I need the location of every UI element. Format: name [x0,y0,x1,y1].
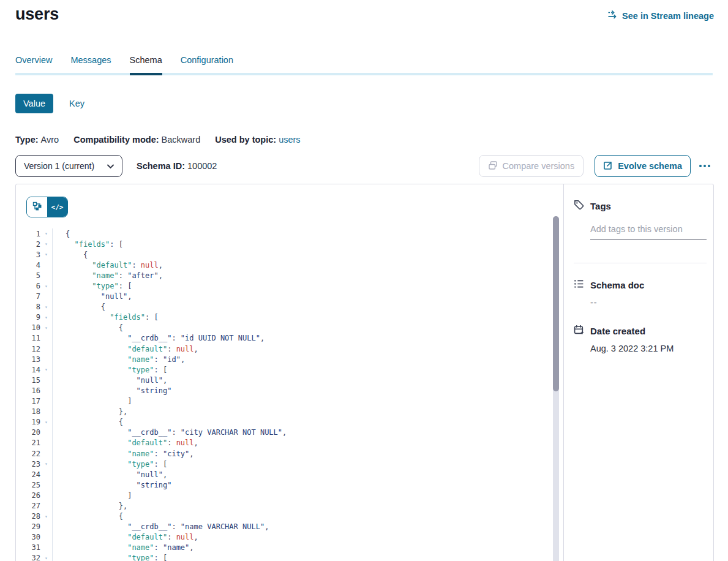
code-line: 4 "default": null, [16,260,551,270]
line-number: 24 [16,470,40,479]
fold-arrow-icon[interactable]: ▾ [40,417,52,427]
line-number: 2 [16,240,40,249]
code-line: 18 }, [16,407,551,417]
meta-item: Type:Avro [15,135,59,145]
fold-arrow-icon[interactable]: ▾ [40,249,52,260]
code-line: 2▾ "fields": [ [16,239,551,249]
code-line: 17 ] [16,396,551,407]
code-line: 30 "default": null, [16,532,551,543]
code-line: 24 "null", [16,469,551,480]
code-line: 26 ] [16,490,551,500]
editor-scrollbar-thumb[interactable] [553,216,559,391]
schema-doc-section: Schema doc -- [574,279,707,307]
line-number: 28 [16,512,40,521]
line-number: 15 [16,376,40,385]
page-title: users [15,5,59,24]
fold-arrow-icon[interactable]: ▾ [40,312,52,323]
date-created-value: Aug. 3 2022 3:21 PM [590,344,707,353]
tab-configuration[interactable]: Configuration [181,55,233,73]
version-bar: Version 1 (current) Schema ID: 100002 Co… [15,155,714,177]
fold-arrow-icon[interactable]: ▾ [40,459,52,469]
evolve-schema-button[interactable]: Evolve schema [595,155,691,177]
compare-versions-button[interactable]: Compare versions [479,155,584,177]
line-number: 12 [16,345,40,353]
line-number: 13 [16,355,40,364]
schema-sidebar: Tags Schema doc -- [563,184,716,561]
line-number: 19 [16,418,40,426]
date-created-heading: Date created [574,325,707,337]
view-toggle: </> [26,197,68,217]
list-icon [574,279,584,291]
fold-arrow-icon[interactable]: ▾ [40,239,52,249]
line-number: 7 [16,292,40,301]
fold-arrow-icon[interactable]: ▾ [40,228,52,239]
line-number: 1 [16,230,40,238]
line-number: 6 [16,282,40,290]
code-line: 9▾ "fields": [ [16,312,551,323]
code-line: 3▾ { [16,249,551,260]
code-line: 10▾ { [16,323,551,333]
editor-scrollbar-track[interactable] [553,216,559,561]
copy-icon [488,160,498,172]
tab-schema[interactable]: Schema [130,55,162,73]
schema-id-label: Schema ID: [137,161,185,171]
schema-id-value: 100002 [187,161,217,171]
code-pane: </> 1▾{2▾ "fields": [3▾ {4 "default": nu… [16,184,563,561]
code-line: 21 "default": null, [16,438,551,448]
tag-icon [574,200,584,212]
code-line: 1▾{ [16,228,551,239]
version-select-value: Version 1 (current) [24,161,94,171]
date-created-section: Date created Aug. 3 2022 3:21 PM [574,325,707,353]
line-number: 30 [16,533,40,541]
version-select[interactable]: Version 1 (current) [15,155,122,177]
tags-title: Tags [590,201,611,211]
line-number: 26 [16,491,40,500]
more-options-button[interactable] [696,160,714,172]
code-line: 27 }, [16,500,551,511]
fold-arrow-icon[interactable]: ▾ [40,511,52,522]
line-number: 8 [16,303,40,311]
fold-arrow-icon[interactable]: ▾ [40,281,52,292]
line-number: 11 [16,334,40,342]
date-created-title: Date created [590,326,645,336]
tags-heading: Tags [574,200,707,212]
code-line: 14▾ "type": [ [16,364,551,375]
line-number: 16 [16,386,40,395]
see-in-stream-lineage-link[interactable]: See in Stream lineage [607,10,714,21]
fold-arrow-icon[interactable]: ▾ [40,364,52,375]
line-number: 9 [16,313,40,322]
line-number: 27 [16,502,40,510]
schema-panel: </> 1▾{2▾ "fields": [3▾ {4 "default": nu… [15,184,714,561]
code-line: 23▾ "type": [ [16,459,551,469]
code-view-button[interactable]: </> [47,197,67,217]
compare-versions-label: Compare versions [503,161,575,171]
line-number: 29 [16,522,40,531]
line-number: 10 [16,323,40,332]
calendar-plus-icon [574,325,584,337]
code-line: 6▾ "type": [ [16,280,551,291]
tab-messages[interactable]: Messages [70,55,111,73]
line-number: 32 [16,554,40,561]
code-line: 28▾ { [16,511,551,522]
code-line: 13 "name": "id", [16,354,551,364]
schema-page: users See in Stream lineage OverviewMess… [0,0,728,561]
code-line: 31 "name": "name", [16,543,551,553]
meta-value-link[interactable]: users [279,135,300,145]
value-tab-button[interactable]: Value [15,94,53,113]
tags-input[interactable] [590,224,707,239]
fold-arrow-icon[interactable]: ▾ [40,323,52,333]
line-number: 20 [16,428,40,437]
tree-view-button[interactable] [27,197,47,217]
line-number: 14 [16,366,40,374]
meta-item: Used by topic:users [215,135,300,145]
line-number: 18 [16,407,40,416]
line-number: 17 [16,397,40,405]
code-line: 8▾ { [16,302,551,312]
tab-overview[interactable]: Overview [15,55,52,73]
meta-value: Backward [162,135,201,145]
key-tab-link[interactable]: Key [69,99,84,108]
fold-arrow-icon[interactable]: ▾ [40,302,52,312]
code-line: 29 "__crdb__": "name VARCHAR NULL", [16,522,551,532]
code-line: 19▾ { [16,417,551,427]
fold-arrow-icon[interactable]: ▾ [40,553,52,561]
